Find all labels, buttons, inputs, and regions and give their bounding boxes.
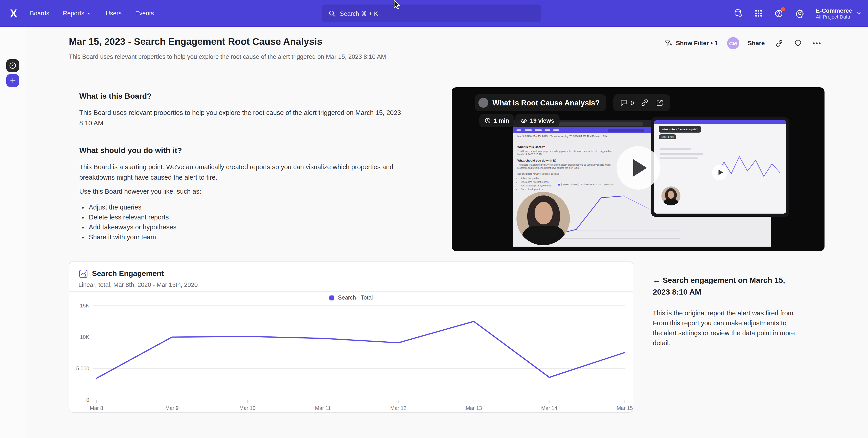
svg-text:Mar 13: Mar 13 bbox=[466, 405, 482, 411]
comment-count: 0 bbox=[630, 99, 634, 106]
mini-daterange: Mar 9, 2023 - Mar 15, 2023 bbox=[517, 135, 548, 138]
nested-video-screen: What is Root Cause Analysis? 18 sec 1 vi… bbox=[654, 121, 786, 213]
discover-compass-button[interactable] bbox=[6, 59, 19, 72]
nav-item-boards[interactable]: Boards bbox=[30, 10, 50, 17]
webcam-bubble bbox=[517, 192, 570, 245]
mini-legend-swatch bbox=[558, 183, 560, 185]
svg-text:10K: 10K bbox=[80, 334, 90, 340]
link-icon[interactable] bbox=[641, 99, 649, 107]
text-line-placeholder bbox=[660, 153, 703, 155]
svg-text:Mar 11: Mar 11 bbox=[315, 405, 331, 411]
mouse-cursor bbox=[392, 0, 402, 11]
note-body: This is the original report the alert wa… bbox=[653, 308, 797, 348]
notification-dot bbox=[781, 7, 785, 11]
mini-legend-label: [Content Discovery] Omnisearch Report Li… bbox=[561, 183, 614, 186]
mini-search-bar bbox=[608, 129, 644, 131]
list-item: Share it with your team bbox=[89, 232, 177, 242]
project-name: E-Commerce bbox=[816, 7, 852, 14]
mini-address-bar bbox=[548, 122, 643, 126]
show-filter-button[interactable]: Show Filter • 1 bbox=[664, 39, 718, 47]
nested-video-meta-pill: 18 sec 1 view bbox=[659, 134, 677, 139]
list-item: Add takeaways or hypotheses bbox=[89, 222, 177, 232]
play-button[interactable] bbox=[617, 146, 660, 190]
line-chart-report-icon bbox=[79, 269, 88, 279]
page-subtitle: This Board uses relevant properties to h… bbox=[69, 54, 386, 60]
section-heading: What should you do with it? bbox=[79, 146, 182, 155]
nested-video-meta: 18 sec 1 view bbox=[661, 136, 674, 138]
nav-right-group: E-Commerce All Project Data bbox=[734, 0, 862, 27]
favorite-heart-icon[interactable] bbox=[794, 39, 802, 47]
mini-legend: [Content Discovery] Omnisearch Report Li… bbox=[558, 183, 614, 186]
help-icon[interactable] bbox=[774, 9, 784, 18]
video-views-pill: 19 views bbox=[515, 114, 559, 127]
presenter-face bbox=[534, 202, 553, 225]
mini-section-heading: What should you do with it? bbox=[517, 159, 615, 162]
nav-item-users[interactable]: Users bbox=[105, 10, 122, 17]
report-title: Search Engagement bbox=[92, 269, 164, 278]
search-input[interactable]: Search ⌘ + K bbox=[322, 4, 541, 22]
create-new-button[interactable] bbox=[6, 74, 19, 87]
mini-range-tabs: Today Yesterday 7D 30D 3M 6M 12M Default bbox=[550, 135, 600, 138]
mini-nav-item bbox=[525, 129, 532, 131]
open-external-icon[interactable] bbox=[655, 99, 664, 107]
nav-label: Events bbox=[135, 10, 154, 17]
nested-mini-nav bbox=[654, 121, 786, 124]
presenter-avatar bbox=[478, 98, 488, 108]
svg-text:5,000: 5,000 bbox=[76, 366, 89, 371]
top-nav: X Boards Reports Users Events Search ⌘ +… bbox=[0, 0, 868, 27]
video-card[interactable]: Mixpanel (project 3) Mar 9, 2023 - Mar 1… bbox=[452, 87, 825, 251]
apps-grid-icon[interactable] bbox=[754, 9, 763, 18]
comment-icon[interactable] bbox=[620, 99, 628, 107]
video-duration: 1 min bbox=[494, 117, 509, 124]
nested-webcam-bubble bbox=[661, 187, 680, 205]
copy-link-icon[interactable] bbox=[775, 39, 783, 47]
eye-icon bbox=[520, 117, 527, 124]
svg-text:Mar 12: Mar 12 bbox=[390, 405, 407, 411]
mini-nav-item bbox=[534, 129, 542, 131]
share-button[interactable]: Share bbox=[748, 40, 765, 46]
data-management-icon[interactable] bbox=[734, 9, 743, 18]
nested-video-title: What is Root Cause Analysis? bbox=[662, 128, 698, 131]
mini-nav-logo bbox=[517, 129, 521, 131]
video-duration-pill: 1 min bbox=[479, 114, 514, 127]
svg-text:0: 0 bbox=[86, 397, 89, 403]
section-body: This Board is a starting point. We've au… bbox=[79, 162, 407, 183]
svg-text:Mar 8: Mar 8 bbox=[90, 405, 103, 411]
project-switcher[interactable]: E-Commerce All Project Data bbox=[816, 7, 862, 20]
section-body: This Board uses relevant properties to h… bbox=[79, 108, 407, 129]
mini-section-heading: What is this Board? bbox=[517, 145, 615, 148]
nested-play-icon bbox=[718, 170, 723, 175]
settings-gear-icon[interactable] bbox=[795, 9, 805, 18]
usage-list: Adjust the queries Delete less relevant … bbox=[79, 202, 177, 242]
project-scope: All Project Data bbox=[816, 14, 852, 20]
mini-list-item: Adjust the queries bbox=[521, 176, 615, 180]
video-title: What is Root Cause Analysis? bbox=[492, 98, 600, 107]
mini-list-intro: Use this Board however you like, such as… bbox=[517, 172, 615, 175]
more-options-button[interactable]: ••• bbox=[813, 40, 822, 46]
section-heading: What is this Board? bbox=[79, 92, 152, 101]
avatar[interactable]: CM bbox=[727, 37, 739, 49]
chevron-down-icon bbox=[856, 10, 862, 16]
mini-filter-label: Filter bbox=[603, 135, 609, 138]
chevron-down-icon bbox=[87, 11, 92, 16]
nested-play-button[interactable] bbox=[712, 165, 727, 180]
engagement-chart-canvas[interactable]: 15K10K5,0000Mar 8Mar 9Mar 10Mar 11Mar 12… bbox=[69, 292, 634, 413]
report-card-search-engagement[interactable]: Search Engagement Linear, total, Mar 8th… bbox=[69, 261, 633, 413]
report-subtitle: Linear, total, Mar 8th, 2020 - Mar 15th,… bbox=[79, 281, 198, 288]
mini-date-toolbar: Mar 9, 2023 - Mar 15, 2023 Today Yesterd… bbox=[517, 135, 609, 138]
video-title-pill: What is Root Cause Analysis? bbox=[475, 94, 606, 111]
mixpanel-logo[interactable]: X bbox=[10, 7, 16, 20]
nav-item-reports[interactable]: Reports bbox=[63, 10, 92, 17]
nav-item-events[interactable]: Events bbox=[135, 10, 154, 17]
note-heading: ← Search engagement on March 15, 2023 8:… bbox=[653, 275, 789, 298]
nav-label: Users bbox=[105, 10, 122, 17]
svg-text:Mar 15: Mar 15 bbox=[617, 405, 633, 411]
left-rail bbox=[0, 27, 25, 438]
mini-section-body: This Board uses relevant properties to h… bbox=[517, 150, 615, 156]
video-views: 19 views bbox=[530, 117, 554, 124]
search-placeholder: Search ⌘ + K bbox=[340, 10, 378, 17]
mini-section-body: This Board is a starting point. We've au… bbox=[517, 163, 615, 170]
board-toolbar: Show Filter • 1 CM Share ••• bbox=[664, 37, 822, 49]
presenter-face bbox=[668, 191, 674, 199]
filter-plus-icon bbox=[664, 39, 672, 47]
